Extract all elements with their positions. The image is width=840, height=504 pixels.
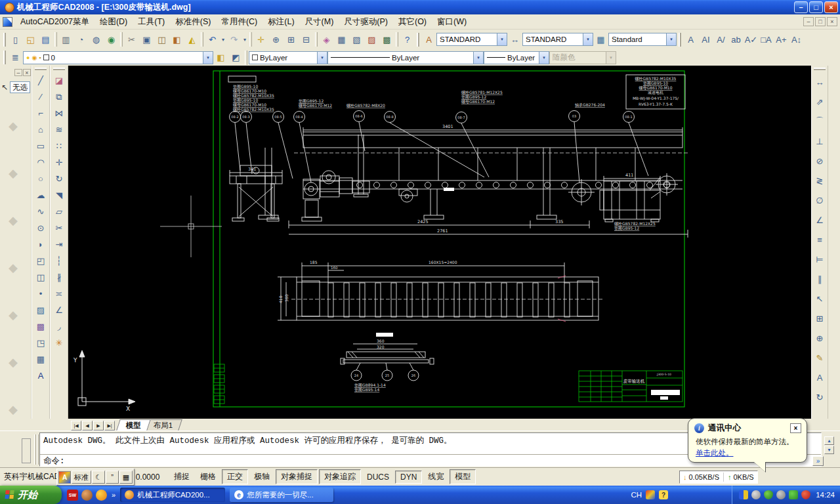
paste-button[interactable]: ◫ xyxy=(154,32,169,47)
drawing-canvas[interactable]: 08-2 08-3 08-5 08-4 08-6 08-8 08-7 03 08… xyxy=(68,66,811,419)
polyline-button[interactable]: ⌐ xyxy=(33,105,49,121)
radius-dim-button[interactable]: ⊘ xyxy=(812,151,828,171)
restore-button[interactable]: □ xyxy=(809,1,823,13)
circle-button[interactable]: ○ xyxy=(33,171,49,187)
docked-palette-button[interactable]: ◆ xyxy=(1,339,25,386)
docked-palette-button[interactable]: ◆ xyxy=(1,150,25,197)
command-scroll-up-button[interactable]: ▴ xyxy=(824,436,834,445)
undo-dropdown-button[interactable]: ▾ xyxy=(220,32,226,47)
solidworks-icon[interactable]: SW xyxy=(67,490,78,501)
mirror-button[interactable]: ⋈ xyxy=(51,105,67,121)
color-combo[interactable]: ByLayer ▼ xyxy=(249,51,327,64)
tab-last-button[interactable]: ▶| xyxy=(104,421,115,430)
calculator-button[interactable]: ▩ xyxy=(379,32,394,47)
gradient-button[interactable]: ▩ xyxy=(33,318,49,335)
ellipse-button[interactable]: ⊙ xyxy=(33,220,49,236)
docked-palette-button[interactable]: ◆ xyxy=(1,197,25,244)
toggle-grid[interactable]: 栅格 xyxy=(196,470,220,484)
layer-manager-button[interactable]: ≣ xyxy=(8,50,23,65)
match-properties-button[interactable]: ◧ xyxy=(169,32,184,47)
edit-text-button[interactable]: AI xyxy=(698,32,713,47)
dim-style-combo[interactable]: STANDARD ▼ xyxy=(522,33,593,46)
text-style-button[interactable]: A xyxy=(421,32,436,47)
rectangle-button[interactable]: ▭ xyxy=(33,138,49,154)
tray-shield-green-icon[interactable] xyxy=(764,490,773,499)
minimize-button[interactable]: – xyxy=(794,1,808,13)
toolbar-handle[interactable] xyxy=(3,33,6,47)
quick-dim-button[interactable]: ≡ xyxy=(812,230,828,249)
zoom-window-button[interactable]: ⊞ xyxy=(284,32,299,47)
taskbar-task-browser[interactable]: e 您所需要的一切尽... xyxy=(230,488,333,502)
menu-item-dimension[interactable]: 尺寸(M) xyxy=(300,15,339,29)
justify-text-button[interactable]: A↕ xyxy=(789,32,804,47)
array-button[interactable]: ∷ xyxy=(51,138,67,154)
insert-block-button[interactable]: ◰ xyxy=(33,253,49,269)
menu-item-common-parts[interactable]: 常用件(C) xyxy=(216,15,262,29)
docked-palette-button[interactable]: ◆ xyxy=(1,102,25,150)
command-grab-bar[interactable] xyxy=(37,434,39,465)
quick-launch-more-icon[interactable]: » xyxy=(112,491,116,499)
dim-update-button[interactable]: ↻ xyxy=(812,387,828,407)
continue-dim-button[interactable]: ∥ xyxy=(812,269,828,289)
ime-softkbd-button[interactable]: ▦ xyxy=(119,471,133,484)
popup-link[interactable]: 单击此处。 xyxy=(696,448,801,458)
baseline-dim-button[interactable]: ⊨ xyxy=(812,249,828,269)
quick-launch-icon[interactable] xyxy=(96,490,107,501)
toggle-osnap[interactable]: 对象捕捉 xyxy=(276,469,318,484)
tab-next-button[interactable]: ▶ xyxy=(93,421,104,430)
markup-button[interactable]: ▨ xyxy=(364,32,379,47)
toolbar-handle[interactable] xyxy=(3,51,6,64)
ime-tray-icon[interactable] xyxy=(646,490,655,499)
menu-item-window[interactable]: 窗口(W) xyxy=(432,15,472,29)
toggle-model-space[interactable]: 模型 xyxy=(450,469,476,484)
chevron-down-icon[interactable]: ▼ xyxy=(317,52,327,64)
hatch-button[interactable]: ▨ xyxy=(33,302,49,318)
help-tray-icon[interactable]: ? xyxy=(659,490,668,499)
menu-item-autocad2007[interactable]: AutoCAD2007菜单 xyxy=(15,15,94,29)
lineweight-combo[interactable]: ByLayer ▼ xyxy=(484,51,549,64)
chevron-down-icon[interactable]: ▼ xyxy=(497,33,507,45)
layer-combo[interactable]: ● ◉ ▪ 0 ▼ xyxy=(23,51,213,64)
publish-button[interactable]: ◍ xyxy=(89,32,104,47)
spline-button[interactable]: ∿ xyxy=(33,203,49,220)
text-align-button[interactable]: A/ xyxy=(713,32,728,47)
toggle-polar[interactable]: 极轴 xyxy=(249,470,274,484)
make-object-layer-button[interactable]: ◧ xyxy=(213,50,228,65)
move-button[interactable]: ✛ xyxy=(51,154,67,171)
ime-mode-button[interactable]: 标准 xyxy=(72,471,91,484)
chevron-down-icon[interactable]: ▼ xyxy=(539,52,549,64)
break-button[interactable]: ∦ xyxy=(51,269,67,285)
linetype-combo[interactable]: ByLayer ▼ xyxy=(327,51,484,64)
explode-button[interactable]: ✳ xyxy=(51,335,67,351)
design-center-button[interactable]: ◈ xyxy=(319,32,334,47)
line-button[interactable]: ╱ xyxy=(33,72,49,89)
ime-punct-button[interactable]: ” xyxy=(106,471,119,484)
save-button[interactable]: ▤ xyxy=(38,32,53,47)
start-button[interactable]: 开始 xyxy=(0,486,62,504)
menu-item-annotate[interactable]: 标注(L) xyxy=(262,15,299,29)
text-style-box-button[interactable]: □A xyxy=(759,32,774,47)
tray-shield-red-icon[interactable] xyxy=(801,490,810,499)
erase-button[interactable]: ◪ xyxy=(51,72,67,89)
offset-button[interactable]: ≋ xyxy=(51,121,67,138)
tab-first-button[interactable]: |◀ xyxy=(71,421,81,430)
doc-restore-button[interactable]: □ xyxy=(815,17,826,26)
center-mark-button[interactable]: ⊕ xyxy=(812,328,828,348)
arc-button[interactable]: ◠ xyxy=(33,154,49,171)
toolbar-handle[interactable] xyxy=(417,33,419,47)
dim-style-button[interactable]: ↔ xyxy=(507,32,522,47)
open-button[interactable]: ◱ xyxy=(23,32,38,47)
new-button[interactable]: ▯ xyxy=(8,32,23,47)
extend-button[interactable]: ⇥ xyxy=(51,236,67,253)
ordinate-dim-button[interactable]: ⊥ xyxy=(812,131,828,151)
quick-launch-icon[interactable] xyxy=(81,490,93,501)
zoom-realtime-button[interactable]: ⊕ xyxy=(268,32,284,47)
chevron-down-icon[interactable]: ▼ xyxy=(583,33,593,45)
stretch-button[interactable]: ▱ xyxy=(51,203,67,220)
menu-item-tools[interactable]: 工具(T) xyxy=(133,15,170,29)
diameter-dim-button[interactable]: ∅ xyxy=(812,190,828,210)
tab-model[interactable]: 模型 xyxy=(116,419,151,430)
command-expand-button[interactable]: » xyxy=(812,456,824,466)
docked-palette-button[interactable]: ◆ xyxy=(1,291,25,339)
ellipse-arc-button[interactable]: ◗ xyxy=(33,236,49,253)
